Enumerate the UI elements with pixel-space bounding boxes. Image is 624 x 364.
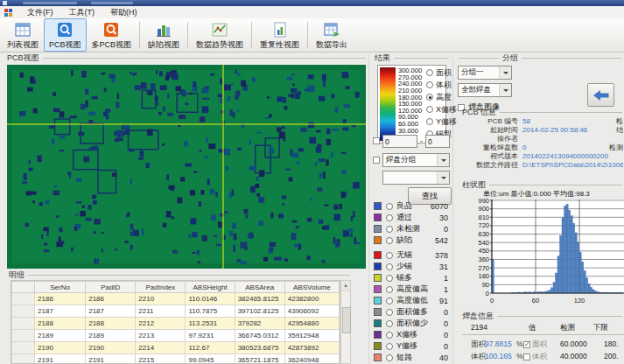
measure-option-3[interactable]: 高度	[426, 91, 452, 103]
range-to-input[interactable]	[425, 135, 450, 148]
splitter-right[interactable]	[452, 54, 453, 364]
detail-column-header[interactable]: ABSArea	[235, 282, 284, 293]
detail-cell: 36240948	[284, 354, 339, 364]
scrollbar-thumb[interactable]	[342, 307, 351, 333]
radio-icon	[386, 214, 393, 221]
category-label: X偏移	[396, 329, 417, 340]
category-count: 0	[444, 225, 450, 234]
detail-cell: 2212	[136, 318, 186, 330]
detail-column-header[interactable]: PadIndex	[136, 282, 186, 293]
status-category-row[interactable]: 缺陷542	[374, 234, 450, 246]
detail-column-header[interactable]: ABSVolume	[284, 282, 339, 293]
status-category-row[interactable]: 短路40	[374, 352, 450, 363]
status-category-row[interactable]: 高度偏低91	[374, 295, 450, 306]
detail-row[interactable]: 218621862210110.0146382465.812542382800	[12, 293, 340, 305]
measure-option-4[interactable]: X偏移	[426, 103, 452, 116]
detail-cell: 2189	[86, 330, 136, 342]
detail-column-header[interactable]: PadID	[86, 282, 136, 293]
range-from-input[interactable]	[382, 135, 417, 148]
category-color-swatch	[374, 319, 382, 327]
category-label: 面积偏多	[396, 306, 428, 318]
scroll-up-icon[interactable]: ▲	[341, 281, 350, 291]
toolbar-button-list-view[interactable]: 列表视图	[2, 18, 44, 52]
category-count: 0	[444, 308, 450, 317]
detail-cell: 2189	[35, 330, 86, 342]
detail-row[interactable]: 21892189221397.9231366745.031235912948	[12, 330, 340, 342]
menu-help[interactable]: 帮助(H)	[102, 7, 145, 18]
status-category-row[interactable]: 未检测0	[374, 223, 450, 234]
status-category-row[interactable]: X偏移0	[374, 329, 450, 340]
detail-cell: 43906092	[284, 305, 339, 318]
detail-table-scrollbar[interactable]: ▲	[340, 280, 351, 364]
pad-col-check: 检测	[560, 323, 575, 333]
measure-option-2[interactable]: 体积	[426, 79, 452, 91]
pad-info-row: 体积100.165%体积40.0000200.	[462, 352, 624, 363]
svg-text:270: 270	[478, 264, 489, 272]
measure-label: Y偏移	[436, 116, 457, 128]
detail-row[interactable]: 21912191221599.0945365721.187536240948	[12, 354, 340, 364]
category-label: 高度偏低	[396, 295, 428, 306]
status-category-row[interactable]: Y偏移0	[374, 340, 450, 352]
group-combo[interactable]: 分组一	[458, 66, 512, 80]
radio-icon	[386, 354, 393, 361]
radio-icon	[386, 263, 393, 270]
pad-metric-upper-limit: 180.	[604, 340, 619, 348]
range-filter-checkbox[interactable]	[373, 137, 380, 144]
detail-column-header[interactable]: SerNo	[35, 282, 86, 293]
toolbar-button-export[interactable]: 数据导出	[311, 18, 353, 52]
menu-tools[interactable]: 工具(T)	[61, 7, 103, 18]
pcb-board-canvas[interactable]	[7, 65, 366, 269]
toolbar-button-multi-pcb-view[interactable]: 多PCB视图	[87, 18, 137, 52]
status-category-row[interactable]: 高度偏高1	[374, 284, 450, 295]
svg-text:900: 900	[478, 205, 489, 213]
status-category-row[interactable]: 良品6070	[374, 200, 450, 212]
pad-metric-checkbox[interactable]	[523, 341, 530, 348]
toolbar-button-trend-view[interactable]: 数据趋势视图	[191, 18, 249, 52]
status-category-row[interactable]: 无锡378	[374, 249, 450, 261]
status-category-row[interactable]: 少锡31	[374, 261, 450, 272]
status-category-row[interactable]: 通过30	[374, 212, 450, 223]
row-header-cell	[12, 305, 35, 318]
toolbar-label: PCB视图	[49, 39, 81, 51]
splitter-left[interactable]	[368, 54, 369, 364]
toolbar-button-pcb-view[interactable]: PCB视图	[44, 18, 87, 52]
info-value: 2014022413094000000200	[522, 152, 608, 160]
category-color-swatch	[374, 225, 382, 233]
pad-group-combo[interactable]: 焊盘分组	[382, 153, 450, 167]
detail-column-header[interactable]: ABSHeight	[186, 282, 235, 293]
category-count: 91	[439, 297, 450, 305]
info-right-clipped: 结	[616, 125, 623, 135]
detail-row[interactable]: 219021902214112.67380523.687542873892	[12, 342, 340, 354]
pad-filter-combo[interactable]: 全部焊盘	[458, 83, 512, 97]
measure-option-1[interactable]: 面积	[426, 66, 452, 79]
toolbar-button-repeat-view[interactable]: 重复性视图	[255, 18, 305, 52]
pad-metric-checkbox[interactable]	[523, 354, 530, 360]
toolbar-button-defect-view[interactable]: 缺陷视图	[143, 18, 185, 52]
toolbar-label: 列表视图	[7, 39, 39, 51]
menu-file[interactable]: 文件(F)	[19, 7, 61, 18]
pcb-info-row: 重检焊盘数0检测	[462, 143, 623, 151]
detail-row[interactable]: 218721872211110.7875397102.812543906092	[12, 305, 340, 318]
measure-option-5[interactable]: Y偏移	[426, 116, 452, 128]
svg-text:450: 450	[478, 247, 489, 255]
category-color-swatch	[374, 202, 382, 210]
category-count: 542	[435, 236, 450, 245]
radio-icon	[426, 94, 433, 101]
radio-icon	[386, 237, 393, 244]
category-color-swatch	[374, 214, 382, 221]
pad-group-value-combo[interactable]	[382, 171, 450, 185]
back-arrow-button[interactable]	[587, 83, 614, 107]
category-count: 0	[444, 342, 450, 351]
svg-text:810: 810	[478, 214, 489, 221]
detail-row[interactable]: 218821882212113.253137928242954880	[12, 318, 340, 330]
row-header-cell	[12, 342, 35, 354]
category-color-swatch	[374, 285, 382, 293]
pad-group-checkbox[interactable]	[373, 157, 380, 164]
detail-header-row: SerNoPadIDPadIndexABSHeightABSAreaABSVol…	[12, 282, 340, 293]
pcb-info-row: PCB 编号58检	[462, 116, 623, 125]
status-category-row[interactable]: 面积偏少0	[374, 318, 450, 329]
status-category-row[interactable]: 锡多1	[374, 272, 450, 284]
group-caption: 分组	[459, 53, 621, 62]
color-scale-gradient	[380, 67, 396, 141]
status-category-row[interactable]: 面积偏多0	[374, 306, 450, 318]
